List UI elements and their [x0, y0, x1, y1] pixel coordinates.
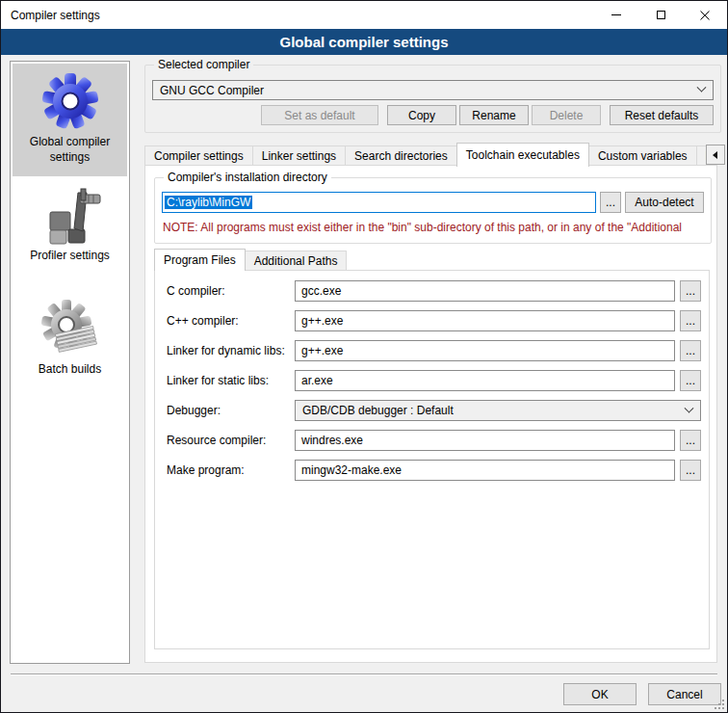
sidebar-item-batch-builds[interactable]: Batch builds: [13, 291, 127, 404]
tab-linker-settings[interactable]: Linker settings: [252, 145, 346, 166]
cpp-compiler-browse-button[interactable]: ...: [680, 310, 701, 331]
tab-toolchain-executables[interactable]: Toolchain executables: [456, 143, 589, 167]
programs-subtabs: Program Files Additional Paths: [154, 249, 346, 270]
subtab-program-files[interactable]: Program Files: [154, 249, 246, 271]
debugger-row: Debugger: GDB/CDB debugger : Default: [167, 400, 701, 421]
resource-compiler-label: Resource compiler:: [167, 434, 295, 447]
set-as-default-button[interactable]: Set as default: [261, 105, 378, 125]
static-linker-value: ar.exe: [301, 374, 333, 387]
make-program-row: Make program: mingw32-make.exe ...: [167, 460, 701, 481]
toolchain-executables-page: Compiler's installation directory C:\ray…: [144, 165, 717, 663]
reset-defaults-button[interactable]: Reset defaults: [610, 105, 714, 125]
close-button[interactable]: [683, 1, 727, 29]
caliper-icon: [39, 183, 101, 245]
static-linker-input[interactable]: ar.exe: [295, 370, 675, 391]
page-title: Global compiler settings: [1, 29, 727, 55]
sidebar-item-global-compiler-settings[interactable]: Global compiler settings: [13, 64, 127, 176]
cancel-button[interactable]: Cancel: [648, 683, 721, 705]
installation-directory-input[interactable]: C:\raylib\MinGW: [162, 192, 596, 213]
chevron-down-icon: [697, 83, 707, 92]
auto-detect-button[interactable]: Auto-detect: [625, 192, 704, 213]
tab-compiler-settings[interactable]: Compiler settings: [144, 145, 253, 166]
resize-grip[interactable]: [715, 700, 724, 709]
dynamic-linker-label: Linker for dynamic libs:: [167, 344, 295, 357]
make-program-input[interactable]: mingw32-make.exe: [295, 460, 675, 481]
static-linker-browse-button[interactable]: ...: [680, 370, 701, 391]
gray-gear-stack-icon: [39, 297, 101, 358]
chevron-down-icon: [685, 403, 694, 412]
debugger-label: Debugger:: [167, 404, 295, 417]
cpp-compiler-row: C++ compiler: g++.exe ...: [167, 310, 701, 331]
installation-directory-group-label: Compiler's installation directory: [164, 171, 331, 184]
static-linker-row: Linker for static libs: ar.exe ...: [167, 370, 701, 391]
c-compiler-browse-button[interactable]: ...: [680, 280, 701, 302]
make-program-label: Make program:: [167, 463, 295, 477]
title-bar: Compiler settings: [1, 1, 727, 29]
resource-compiler-browse-button[interactable]: ...: [680, 430, 701, 451]
tab-scroll-left-button[interactable]: [706, 145, 725, 165]
c-compiler-label: C compiler:: [167, 284, 295, 298]
debugger-value: GDB/CDB debugger : Default: [302, 404, 454, 417]
make-program-browse-button[interactable]: ...: [680, 460, 701, 481]
window-controls: [594, 1, 727, 29]
resource-compiler-value: windres.exe: [301, 434, 363, 447]
dynamic-linker-input[interactable]: g++.exe: [295, 340, 675, 361]
dynamic-linker-row: Linker for dynamic libs: g++.exe ...: [167, 340, 701, 361]
settings-tabbar: Compiler settings Linker settings Search…: [144, 144, 717, 166]
tab-search-directories[interactable]: Search directories: [345, 145, 457, 166]
sidebar-item-label: Global compiler settings: [13, 135, 127, 165]
cpp-compiler-value: g++.exe: [301, 314, 343, 328]
resource-compiler-input[interactable]: windres.exe: [295, 430, 675, 451]
c-compiler-input[interactable]: gcc.exe: [295, 280, 675, 302]
selected-compiler-group: Selected compiler GNU GCC Compiler Set a…: [144, 65, 721, 133]
selected-compiler-value: GNU GCC Compiler: [160, 84, 264, 97]
sidebar-item-label: Profiler settings: [13, 249, 127, 264]
minimize-icon: [611, 14, 621, 15]
browse-directory-button[interactable]: ...: [600, 192, 621, 213]
installation-directory-value: C:\raylib\MinGW: [165, 196, 252, 209]
subtab-additional-paths[interactable]: Additional Paths: [245, 251, 348, 270]
minimize-button[interactable]: [594, 1, 638, 29]
footer-divider: [11, 673, 717, 675]
make-program-value: mingw32-make.exe: [301, 463, 402, 477]
close-icon: [700, 11, 710, 20]
program-files-page: C compiler: gcc.exe ... C++ compiler: g+…: [154, 270, 710, 649]
blue-gear-icon: [39, 69, 101, 131]
sidebar-item-profiler-settings[interactable]: Profiler settings: [13, 177, 127, 290]
dynamic-linker-value: g++.exe: [301, 344, 343, 357]
tab-custom-variables[interactable]: Custom variables: [588, 145, 697, 166]
installation-directory-row: C:\raylib\MinGW ... Auto-detect: [162, 192, 704, 213]
compiler-settings-window: Compiler settings Global compiler settin…: [0, 0, 728, 713]
cpp-compiler-label: C++ compiler:: [167, 314, 295, 328]
c-compiler-value: gcc.exe: [301, 284, 341, 298]
copy-button[interactable]: Copy: [387, 105, 456, 125]
ok-button[interactable]: OK: [563, 683, 637, 705]
resource-compiler-row: Resource compiler: windres.exe ...: [167, 430, 701, 451]
delete-button[interactable]: Delete: [532, 105, 601, 125]
sidebar-item-label: Batch builds: [13, 362, 127, 378]
selected-compiler-select[interactable]: GNU GCC Compiler: [152, 80, 714, 100]
window-title: Compiler settings: [1, 9, 100, 22]
left-arrow-icon: [713, 151, 717, 159]
selected-compiler-group-label: Selected compiler: [154, 58, 253, 71]
maximize-button[interactable]: [638, 1, 683, 29]
compiler-actions: Set as default Copy Rename Delete Reset …: [261, 105, 714, 125]
maximize-icon: [657, 11, 665, 19]
tab-scroll-controls: [706, 145, 728, 165]
rename-button[interactable]: Rename: [459, 105, 529, 125]
static-linker-label: Linker for static libs:: [167, 374, 295, 387]
c-compiler-row: C compiler: gcc.exe ...: [167, 280, 701, 302]
installation-directory-group: Compiler's installation directory C:\ray…: [154, 177, 712, 244]
bin-subdirectory-note: NOTE: All programs must exist either in …: [163, 221, 709, 234]
dynamic-linker-browse-button[interactable]: ...: [680, 340, 701, 361]
cpp-compiler-input[interactable]: g++.exe: [295, 310, 675, 331]
debugger-select[interactable]: GDB/CDB debugger : Default: [295, 400, 701, 421]
settings-sidebar: Global compiler settings Profiler settin…: [10, 61, 130, 664]
